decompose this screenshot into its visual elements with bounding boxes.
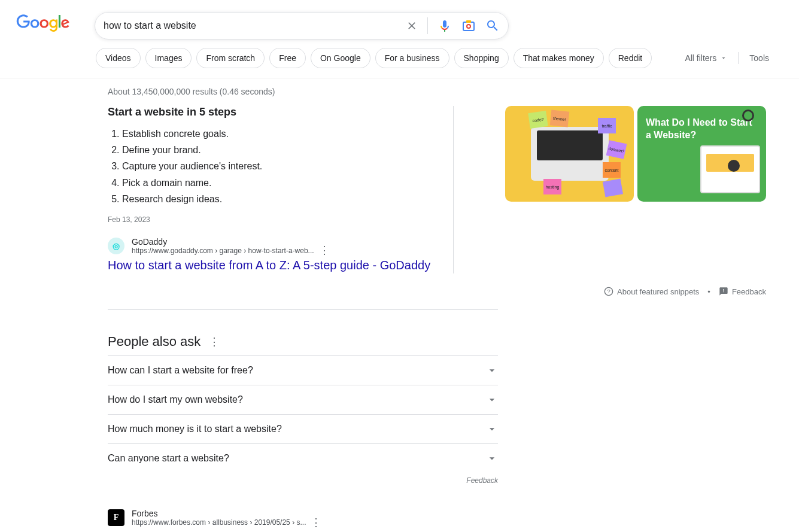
search-icon[interactable] [485,19,500,33]
chip-from-scratch[interactable]: From scratch [196,48,265,68]
paa-question[interactable]: How can I start a website for free? [108,355,498,385]
result-link[interactable]: How to start a website from A to Z: A 5-… [108,259,430,272]
more-options-icon[interactable]: ⋮ [209,339,220,345]
svg-text:?: ? [607,288,610,294]
tools-button[interactable]: Tools [749,53,769,63]
paa-question[interactable]: Can anyone start a website? [108,443,498,473]
forbes-favicon: F [108,509,124,526]
svg-rect-0 [463,22,474,31]
chip-reddit[interactable]: Reddit [609,48,652,68]
search-input[interactable] [104,20,406,31]
more-options-icon[interactable]: ⋮ [311,520,321,525]
featured-snippet-title: Start a website in 5 steps [108,106,430,118]
filter-chips: Videos Images From scratch Free On Googl… [96,48,652,68]
paa-feedback-link[interactable]: Feedback [108,476,498,485]
featured-step: Capture your audience's interest. [122,158,430,174]
feedback-label: Feedback [732,287,766,296]
featured-image-2[interactable]: What Do I Need to Start a Website? [637,106,766,202]
chevron-down-icon [720,54,727,62]
paa-question-text: How do I start my own website? [108,394,243,405]
google-logo[interactable] [16,14,71,32]
featured-snippet-list: Establish concrete goals. Define your br… [108,126,430,207]
paa-question-text: How much money is it to start a website? [108,424,282,434]
featured-step: Establish concrete goals. [122,126,430,142]
godaddy-favicon: ◎ [108,238,124,254]
paa-question[interactable]: How much money is it to start a website? [108,414,498,443]
featured-step: Research design ideas. [122,191,430,207]
chip-videos[interactable]: Videos [96,48,141,68]
svg-rect-2 [466,20,471,23]
svg-point-1 [467,25,470,28]
about-featured-snippets-button[interactable]: ? About featured snippets [604,287,699,296]
voice-search-icon[interactable] [438,19,452,33]
chip-for-a-business[interactable]: For a business [375,48,449,68]
all-filters-label: All filters [685,53,716,63]
result-stats: About 13,450,000,000 results (0.46 secon… [108,87,766,96]
feedback-icon [719,287,728,296]
featured-date: Feb 13, 2023 [108,215,430,224]
paa-question-text: How can I start a website for free? [108,365,253,376]
chip-images[interactable]: Images [145,48,192,68]
featured-image-2-title: What Do I Need to Start a Website? [646,117,758,142]
site-name: GoDaddy [132,237,330,247]
chip-shopping[interactable]: Shopping [454,48,509,68]
people-also-ask-title: People also ask [108,334,200,349]
site-url: https://www.forbes.com › allbusiness › 2… [132,518,306,527]
chip-on-google[interactable]: On Google [311,48,370,68]
all-filters-button[interactable]: All filters [685,53,727,63]
chevron-down-icon [486,452,498,464]
chip-that-makes-money[interactable]: That makes money [514,48,604,68]
featured-image-1[interactable]: code? theme! traffic domain? content hos… [505,106,634,202]
featured-step: Pick a domain name. [122,175,430,191]
site-url: https://www.godaddy.com › garage › how-t… [132,247,314,255]
feedback-button[interactable]: Feedback [719,287,766,296]
paa-question[interactable]: How do I start my own website? [108,385,498,414]
chevron-down-icon [486,394,498,406]
chevron-down-icon [486,423,498,435]
search-box[interactable] [95,12,509,39]
about-featured-label: About featured snippets [617,287,699,296]
chevron-down-icon [486,364,498,376]
clear-icon[interactable] [406,20,418,32]
site-name: Forbes [132,509,321,518]
featured-step: Define your brand. [122,142,430,158]
more-options-icon[interactable]: ⋮ [319,248,330,253]
paa-question-text: Can anyone start a website? [108,453,229,464]
chip-free[interactable]: Free [269,48,306,68]
help-icon: ? [604,287,613,296]
image-search-icon[interactable] [461,19,476,33]
